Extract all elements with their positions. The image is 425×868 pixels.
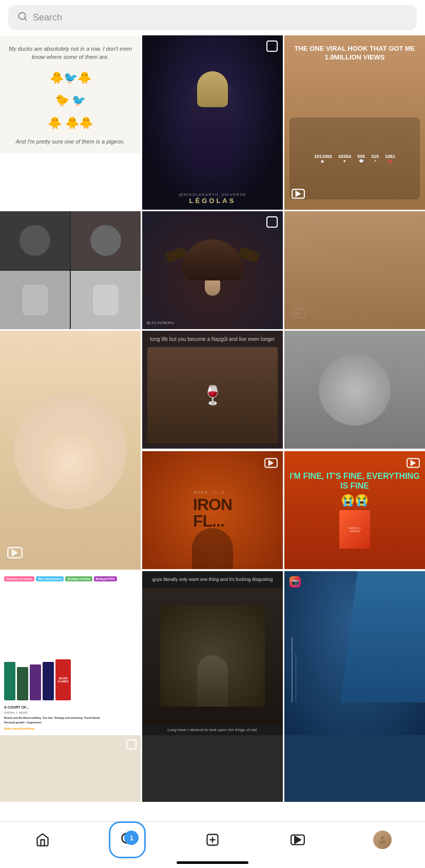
nav-item-search[interactable]: 1 xyxy=(112,827,143,853)
nazgul-image: 🍷 xyxy=(147,347,278,443)
grid-item-nazgul[interactable]: long life but you become a Nazgûl and li… xyxy=(142,331,283,449)
lotr-sub-caption: Long have I desired to look upon the Kin… xyxy=(142,724,283,735)
lotr-caption: guys literally only want one thing and i… xyxy=(142,571,283,588)
home-indicator xyxy=(177,861,248,864)
dragon-multi-icon xyxy=(266,216,278,228)
dragon-account: @JUJUWHU xyxy=(146,320,175,325)
profile-avatar xyxy=(373,831,392,849)
create-icon xyxy=(205,833,220,847)
books-tags: Enemies to lovers War and politics Holid… xyxy=(4,576,137,581)
fine-book: REBECCAYARROS xyxy=(339,510,370,549)
nav-item-profile[interactable] xyxy=(367,827,398,853)
partial-item-3[interactable] xyxy=(284,735,425,802)
search-icon xyxy=(17,11,28,24)
nav-item-create[interactable] xyxy=(197,827,228,853)
grid-item-waterfall[interactable]: 📷 xyxy=(284,571,425,735)
collage-cell-3 xyxy=(0,271,70,329)
legolas-name: LÉGOLAS xyxy=(142,197,283,205)
duck-text-bottom: And I'm pretty sure one of them is a pig… xyxy=(16,138,125,145)
partial-bottom-row xyxy=(0,735,425,802)
collage-cell-1 xyxy=(0,211,70,270)
partial-item-2[interactable] xyxy=(142,735,283,802)
duck-emojis: 🐥🐦🐥🐤 🐦🐥 🐥🐥 xyxy=(48,67,92,134)
grid-item-ducks[interactable]: My ducks are absolutely not in a row. I … xyxy=(0,35,141,153)
iron-reel-icon xyxy=(264,456,278,472)
search-placeholder: Search xyxy=(33,12,62,23)
grid-item-dragon[interactable]: @JUJUWHU xyxy=(142,211,283,329)
nav-item-home[interactable] xyxy=(27,827,58,853)
reel-play-icon xyxy=(292,187,305,203)
books-author: SARAH J. MAAS xyxy=(4,711,137,714)
viral-title: THE ONE VIRAL HOOK THAT GOT ME 1.9MILLIO… xyxy=(289,45,420,62)
svg-line-1 xyxy=(25,18,27,21)
nav-item-reels[interactable] xyxy=(282,827,313,853)
baby-reel-icon xyxy=(7,545,23,562)
books-bottom-tags: Beauty and the Beast retelling One bed S… xyxy=(4,716,137,724)
grid-item-books[interactable]: Enemies to lovers War and politics Holid… xyxy=(0,571,141,735)
collage-cell-2 xyxy=(71,211,141,270)
multi-post-icon xyxy=(266,41,278,52)
fine-text: I'M FINE, IT'S FINE, EVERYTHING IS FINE xyxy=(288,471,421,491)
books-major-tag: Major world-building xyxy=(4,726,137,730)
grid-item-baby[interactable] xyxy=(0,331,141,570)
partial-item-1[interactable] xyxy=(0,735,141,802)
collage-cell-4 xyxy=(71,271,141,329)
grid-item-iron-flame[interactable]: BURN. IT. D... IRONFL... xyxy=(142,451,283,569)
grid-item-legolas[interactable]: @MIDDLEEARTH_UNIVERSE LÉGOLAS xyxy=(142,35,283,210)
reels-icon xyxy=(291,833,305,847)
grid-item-bw-baby[interactable] xyxy=(284,331,425,449)
svg-point-13 xyxy=(381,836,384,840)
grid-item-viral[interactable]: THE ONE VIRAL HOOK THAT GOT ME 1.9MILLIO… xyxy=(284,35,425,210)
iron-title: IRONFL... xyxy=(193,496,232,529)
books-title: A COURT OF... xyxy=(4,705,137,709)
grid-item-fine[interactable]: I'M FINE, IT'S FINE, EVERYTHING IS FINE … xyxy=(284,451,425,569)
grid-item-lotr-meme[interactable]: guys literally only want one thing and i… xyxy=(142,571,283,735)
fine-reel-icon xyxy=(407,456,420,472)
search-nav-wrapper: 1 xyxy=(120,832,134,848)
legolas-account: @MIDDLEEARTH_UNIVERSE xyxy=(142,192,283,197)
fine-emojis: 😭😭 xyxy=(341,494,369,507)
home-icon xyxy=(35,833,50,847)
iron-subtitle: BURN. IT. D... xyxy=(194,491,231,494)
search-bar-container: Search xyxy=(0,0,425,35)
partial-multi-icon xyxy=(126,739,137,750)
nazgul-caption: long life but you become a Nazgûl and li… xyxy=(147,336,278,343)
lotr-image xyxy=(142,588,283,724)
duck-text-top: My ducks are absolutely not in a row. I … xyxy=(8,45,132,62)
grid-item-warm-reel[interactable] xyxy=(284,211,425,329)
search-bar[interactable]: Search xyxy=(8,5,417,30)
waterfall-ig-icon: 📷 xyxy=(289,576,301,588)
grid-item-collage[interactable] xyxy=(0,211,141,329)
books-spines: SILVERFLAMES xyxy=(4,583,137,703)
explore-grid: My ducks are absolutely not in a row. I … xyxy=(0,35,425,735)
